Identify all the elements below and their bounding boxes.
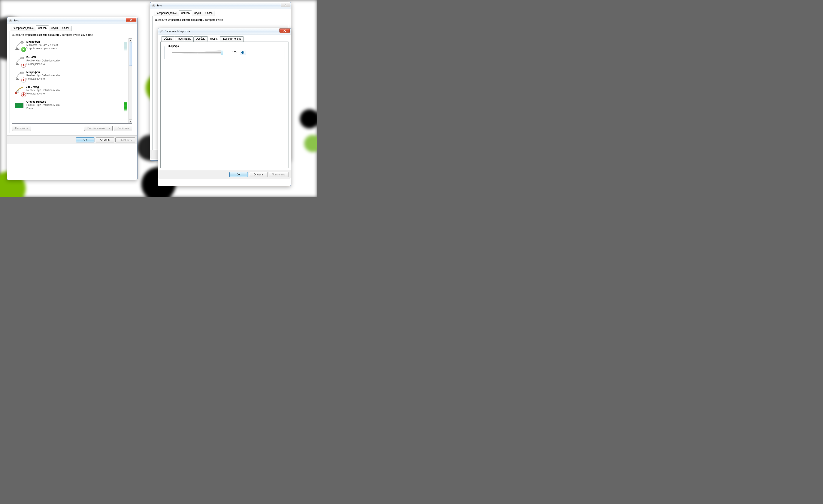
device-icon (13, 100, 25, 111)
tab-record[interactable]: Запись (36, 25, 49, 31)
device-name: FrontMic (26, 56, 127, 59)
device-row[interactable]: FrontMicRealtek High Definition AudioНе … (12, 54, 129, 68)
device-status: Не подключено (26, 92, 127, 95)
svg-point-9 (17, 105, 18, 106)
device-row[interactable]: ✓МикрофонMicrosoft LifeCam VX-5000.Устро… (12, 38, 129, 54)
titlebar[interactable]: Звук (7, 17, 137, 24)
device-name: Микрофон (26, 40, 123, 43)
mic-level-value[interactable] (225, 50, 238, 55)
set-default-button[interactable]: По умолчанию ▼ (84, 126, 113, 131)
mic-level-group: Микрофон (164, 46, 284, 59)
slider-thumb[interactable] (221, 50, 223, 55)
arrow-down-icon (21, 63, 26, 67)
tab-custom[interactable]: Особые (193, 36, 207, 42)
close-icon (283, 30, 286, 32)
tab-sounds-back[interactable]: Звуки (192, 11, 203, 16)
set-default-label: По умолчанию (88, 127, 105, 130)
speaker-icon (9, 19, 12, 22)
scroll-thumb[interactable] (129, 42, 132, 66)
device-icon (13, 55, 25, 67)
arrow-down-icon (21, 77, 26, 82)
sound-window: Звук Воспроизведение Запись Звуки Связь … (7, 17, 138, 180)
svg-point-14 (160, 32, 161, 32)
speaker-icon (152, 4, 155, 7)
device-status: Готов (26, 107, 123, 110)
cancel-button-props[interactable]: Отмена (249, 172, 268, 177)
close-icon (284, 4, 287, 6)
tab-general[interactable]: Общие (161, 36, 174, 42)
close-button-back[interactable] (281, 3, 290, 7)
device-icon (13, 85, 25, 97)
arrow-down-icon (21, 92, 26, 97)
apply-button[interactable]: Применить (116, 137, 135, 142)
scroll-track[interactable] (129, 42, 132, 119)
device-row[interactable]: Лин. входRealtek High Definition AudioНе… (12, 83, 129, 98)
scroll-up-button[interactable]: ▲ (129, 38, 132, 42)
tab-comm[interactable]: Связь (60, 26, 72, 31)
tab-playback[interactable]: Воспроизведение (10, 26, 36, 31)
svg-point-3 (20, 57, 24, 59)
close-button[interactable] (126, 18, 136, 22)
mic-properties-window: Свойства: Микрофон Общие Прослушать Особ… (158, 28, 291, 186)
tab-row: Воспроизведение Запись Звуки Связь (9, 25, 135, 31)
device-driver: Microsoft LifeCam VX-5000. (26, 43, 123, 47)
tab-panel-record: Выберите устройство записи, параметры ко… (9, 31, 135, 133)
properties-button[interactable]: Свойства (114, 126, 132, 131)
tab-comm-back[interactable]: Связь (203, 11, 215, 16)
close-icon (130, 19, 133, 21)
microphone-icon (160, 30, 163, 33)
title-text-back: Звук (157, 4, 162, 7)
chevron-down-icon[interactable]: ▼ (108, 127, 112, 129)
svg-point-13 (153, 5, 154, 6)
device-row[interactable]: Стерео микшерRealtek High Definition Aud… (12, 98, 129, 114)
device-status: Устройство по умолчанию (26, 47, 123, 50)
svg-rect-8 (23, 103, 24, 108)
title-text: Звук (13, 19, 19, 22)
mic-level-slider[interactable] (172, 49, 223, 56)
device-name: Микрофон (26, 71, 127, 74)
device-driver: Realtek High Definition Audio (26, 59, 127, 62)
svg-rect-7 (15, 103, 23, 109)
device-icon (13, 70, 25, 82)
titlebar-props[interactable]: Свойства: Микрофон (158, 28, 291, 34)
dialog-footer: ОК Отмена Применить (7, 135, 137, 144)
dialog-footer-props: ОК Отмена Применить (158, 170, 291, 179)
title-text-props: Свойства: Микрофон (165, 30, 190, 33)
device-status: Не подключено (26, 62, 127, 66)
device-driver: Realtek High Definition Audio (26, 89, 127, 92)
scroll-down-button[interactable]: ▼ (129, 120, 132, 123)
device-status: Не подключено (26, 77, 127, 80)
instructions-partial: Выберите устройство записи, параметры ко… (155, 18, 286, 22)
mute-button[interactable] (239, 50, 246, 55)
speaker-icon (241, 51, 245, 54)
apply-button-props[interactable]: Применить (269, 172, 289, 177)
instructions-text: Выберите устройство записи, параметры ко… (12, 33, 132, 37)
ok-button-props[interactable]: ОК (229, 172, 248, 177)
mic-group-label: Микрофон (167, 44, 181, 47)
level-meter (124, 100, 127, 112)
device-row[interactable]: МикрофонRealtek High Definition AudioНе … (12, 68, 129, 83)
tab-record-back[interactable]: Запись (179, 10, 192, 16)
tab-levels[interactable]: Уровни (207, 36, 221, 41)
ok-button[interactable]: ОК (76, 137, 95, 142)
svg-point-2 (20, 41, 24, 43)
tab-sounds[interactable]: Звуки (49, 26, 60, 31)
svg-point-4 (20, 72, 24, 74)
tab-advanced[interactable]: Дополнительно (220, 36, 244, 42)
device-driver: Realtek High Definition Audio (26, 103, 123, 107)
svg-rect-11 (16, 107, 21, 108)
svg-point-1 (10, 20, 11, 21)
tab-playback-back[interactable]: Воспроизведение (153, 11, 179, 16)
scrollbar[interactable]: ▲ ▼ (129, 38, 132, 123)
configure-button[interactable]: Настроить (12, 126, 31, 131)
cancel-button[interactable]: Отмена (96, 137, 114, 142)
close-button-props[interactable] (280, 28, 290, 33)
level-meter (124, 40, 127, 52)
check-icon: ✓ (21, 47, 26, 52)
device-driver: Realtek High Definition Audio (26, 74, 127, 77)
svg-point-10 (19, 105, 21, 106)
tab-listen[interactable]: Прослушать (174, 36, 194, 42)
device-list[interactable]: ✓МикрофонMicrosoft LifeCam VX-5000.Устро… (12, 38, 132, 124)
device-icon: ✓ (13, 39, 25, 51)
titlebar-back[interactable]: Звук (150, 2, 291, 9)
